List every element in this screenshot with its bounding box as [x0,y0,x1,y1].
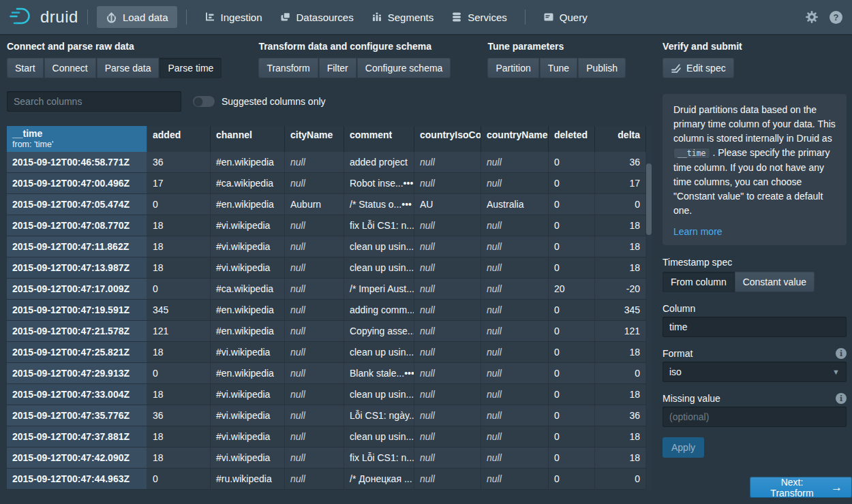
column-header-deleted[interactable]: deleted [549,126,595,152]
step-button-edit-spec[interactable]: Edit spec [663,58,734,78]
cell-comment: adding comm... [344,300,414,320]
table-scrollbar[interactable] [646,126,652,490]
column-header-added[interactable]: added [147,126,211,152]
nav-divider [87,10,88,25]
cell-channel: #en.wikipedia [211,152,285,172]
column-header-cityname[interactable]: cityName [285,126,344,152]
step-button-filter[interactable]: Filter [319,58,356,78]
cell-added: 36 [147,152,211,172]
cell-channel: #en.wikipedia [211,194,285,215]
step-button-parse-data[interactable]: Parse data [97,58,159,78]
cell-countryIsoCode: null [414,173,481,193]
column-header-countryname[interactable]: countryName [481,126,549,152]
nav-item-query[interactable]: Query [534,6,596,28]
nav-item-label: Datasources [296,12,354,23]
cell-countryName: Australia [481,194,549,215]
cell-comment: clean up usin... [344,384,414,405]
cell-cityName: null [285,469,344,489]
missing-value-input[interactable] [663,407,847,427]
cell-deleted: 0 [549,173,595,193]
nav-item-ingestion[interactable]: Ingestion [196,6,271,28]
column-input[interactable] [663,317,847,337]
cell-delta: 18 [595,215,646,236]
cell-added: 18 [147,257,211,278]
step-button-start[interactable]: Start [7,58,44,78]
step-group-title: Connect and parse raw data [7,41,222,52]
step-button-partition[interactable]: Partition [487,58,538,78]
table-row: 2015-09-12T00:47:42.090Z18#vi.wikipedian… [7,447,652,469]
cell-countryName: null [481,384,549,405]
cell-countryName: null [481,152,549,172]
cell-delta: 121 [595,321,646,341]
column-header-time[interactable]: __time from: 'time' [7,126,147,152]
cell-deleted: 0 [549,194,595,215]
column-header-comment[interactable]: comment [344,126,414,152]
cell-countryIsoCode: null [414,342,481,362]
cell-added: 18 [147,447,211,468]
column-header-countryisocode[interactable]: countryIsoCode [414,126,481,152]
cell-time: 2015-09-12T00:46:58.771Z [7,152,147,172]
table-header-row: __time from: 'time' added channel cityNa… [7,126,652,152]
search-columns-input[interactable] [7,91,181,112]
cell-countryName: null [481,215,549,236]
constant-value-button[interactable]: Constant value [735,272,815,292]
step-group-connect: Connect and parse raw data Start Connect… [7,41,222,78]
cell-cityName: null [285,279,344,299]
table-row: 2015-09-12T00:47:25.821Z18#vi.wikipedian… [7,342,652,363]
step-button-connect[interactable]: Connect [44,58,96,78]
nav-item-label: Segments [388,12,434,23]
cell-delta: 0 [595,363,646,383]
cell-delta: 18 [595,342,646,362]
next-transform-button[interactable]: Next: Transform → [750,477,852,498]
cell-cityName: null [285,152,344,172]
nav-item-load-data[interactable]: Load data [97,6,177,28]
cell-channel: #en.wikipedia [211,300,285,320]
cell-countryIsoCode: null [414,279,481,299]
cell-deleted: 0 [549,363,595,383]
cell-deleted: 0 [549,321,595,341]
nav-item-services[interactable]: Services [442,6,516,28]
cell-added: 18 [147,426,211,447]
cell-countryIsoCode: null [414,469,481,489]
table-row: 2015-09-12T00:47:13.987Z18#vi.wikipedian… [7,257,652,279]
format-label: Format [663,348,693,359]
cell-cityName: null [285,173,344,193]
cell-comment: clean up usin... [344,236,414,257]
missing-value-info-icon[interactable]: i [836,393,847,404]
toggle-knob [194,97,202,106]
cell-delta: 18 [595,384,646,405]
settings-gear-icon[interactable] [805,10,819,24]
learn-more-link[interactable]: Learn more [673,225,722,239]
step-button-transform[interactable]: Transform [258,58,318,78]
cell-countryIsoCode: AU [414,194,481,215]
apply-button[interactable]: Apply [663,437,704,458]
help-icon[interactable]: ? [830,11,842,24]
cell-countryIsoCode: null [414,321,481,341]
druid-brand[interactable]: druid [10,6,78,29]
step-group-tune: Tune parameters Partition Tune Publish [487,41,626,78]
from-column-button[interactable]: From column [663,272,735,292]
column-header-delta[interactable]: delta [595,126,646,152]
cell-countryName: null [481,363,549,383]
cell-added: 18 [147,384,211,405]
nav-item-datasources[interactable]: Datasources [271,6,363,28]
cell-deleted: 0 [549,469,595,489]
format-select[interactable]: iso ▼ [663,362,847,382]
scrollbar-thumb[interactable] [646,163,652,235]
cell-channel: #vi.wikipedia [211,426,285,447]
cell-added: 345 [147,300,211,320]
table-row: 2015-09-12T00:47:33.004Z18#vi.wikipedian… [7,384,652,405]
column-header-channel[interactable]: channel [211,126,285,152]
nav-item-segments[interactable]: Segments [363,6,443,28]
step-button-publish[interactable]: Publish [578,58,626,78]
step-button-tune[interactable]: Tune [540,58,577,78]
suggested-columns-toggle[interactable] [193,96,215,107]
cell-countryIsoCode: null [414,257,481,278]
step-button-parse-time[interactable]: Parse time [159,58,222,78]
step-button-configure-schema[interactable]: Configure schema [357,58,451,78]
druid-logo-icon [10,6,34,29]
top-navbar: druid Load data Ingestion [0,0,852,34]
cell-delta: -20 [595,279,646,299]
format-info-icon[interactable]: i [836,348,847,359]
cell-time: 2015-09-12T00:47:44.963Z [7,469,147,489]
